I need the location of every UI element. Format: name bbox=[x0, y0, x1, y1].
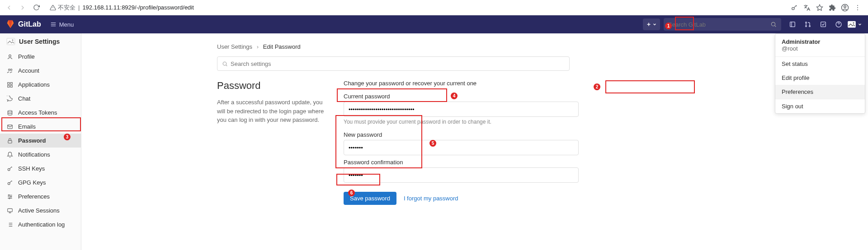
sidebar-item-label: Applications bbox=[18, 81, 50, 88]
svg-point-29 bbox=[9, 69, 10, 70]
reload-button[interactable] bbox=[31, 2, 42, 13]
chat-icon bbox=[6, 96, 14, 102]
email-icon bbox=[6, 124, 14, 130]
sidebar-item-auth-log[interactable]: Authentication log bbox=[0, 218, 81, 231]
svg-marker-3 bbox=[816, 5, 822, 10]
profile-icon bbox=[6, 54, 14, 60]
svg-rect-32 bbox=[10, 82, 12, 84]
extensions-icon[interactable] bbox=[827, 3, 837, 13]
breadcrumb-current: Edit Password bbox=[263, 43, 301, 50]
svg-point-8 bbox=[857, 9, 858, 10]
search-settings-input[interactable] bbox=[231, 60, 565, 67]
sidebar-title-text: User Settings bbox=[19, 38, 60, 45]
key-icon bbox=[6, 180, 14, 186]
sidebar-item-password[interactable]: Password bbox=[0, 134, 81, 148]
star-icon[interactable] bbox=[815, 3, 825, 13]
gitlab-logo[interactable]: GitLab bbox=[5, 19, 41, 29]
svg-point-27 bbox=[12, 39, 13, 41]
section-intro: Password After a successful password upd… bbox=[217, 80, 330, 205]
sidebar-item-label: Authentication log bbox=[18, 221, 65, 228]
menu-button[interactable]: Menu bbox=[50, 21, 74, 28]
svg-rect-33 bbox=[8, 85, 9, 87]
forward-button[interactable] bbox=[17, 2, 28, 13]
search-input[interactable] bbox=[668, 21, 768, 28]
bell-icon bbox=[6, 152, 14, 158]
sidebar-item-emails[interactable]: Emails bbox=[0, 120, 81, 134]
todos-shortcut[interactable] bbox=[816, 17, 831, 32]
list-icon bbox=[6, 222, 14, 228]
sidebar-item-applications[interactable]: Applications bbox=[0, 78, 81, 92]
dropdown-edit-profile[interactable]: Edit profile bbox=[775, 71, 865, 85]
svg-point-55 bbox=[223, 62, 226, 65]
hamburger-icon bbox=[50, 21, 57, 28]
breadcrumb: User Settings › Edit Password bbox=[217, 41, 841, 56]
svg-rect-37 bbox=[8, 140, 12, 143]
lock-icon bbox=[6, 138, 14, 144]
dropdown-name: Administrator bbox=[782, 38, 859, 45]
url-bar[interactable]: 不安全 | 192.168.11.11:8929/-/profile/passw… bbox=[44, 4, 194, 12]
menu-dots-icon[interactable] bbox=[853, 3, 863, 13]
svg-point-5 bbox=[844, 5, 846, 8]
sidebar-item-label: Access Tokens bbox=[18, 109, 57, 116]
svg-point-14 bbox=[771, 22, 775, 26]
dropdown-username: @root bbox=[782, 45, 859, 52]
new-dropdown[interactable] bbox=[643, 19, 660, 30]
key-icon[interactable] bbox=[789, 3, 799, 13]
profile-icon[interactable] bbox=[840, 3, 850, 13]
sidebar-item-profile[interactable]: Profile bbox=[0, 50, 81, 64]
merge-requests-shortcut[interactable] bbox=[800, 17, 816, 32]
global-search[interactable] bbox=[664, 18, 781, 31]
sidebar-item-notifications[interactable]: Notifications bbox=[0, 148, 81, 162]
user-dropdown: Administrator @root Set status Edit prof… bbox=[775, 33, 865, 114]
chevron-down-icon bbox=[858, 22, 862, 27]
sidebar-title: User Settings bbox=[0, 33, 81, 50]
dropdown-header: Administrator @root bbox=[775, 34, 865, 57]
user-menu-button[interactable] bbox=[846, 18, 863, 31]
forgot-password-link[interactable]: I forgot my password bbox=[404, 195, 458, 202]
dropdown-preferences[interactable]: Preferences bbox=[775, 85, 865, 99]
security-indicator: 不安全 bbox=[50, 4, 75, 12]
svg-point-2 bbox=[792, 7, 794, 9]
svg-rect-34 bbox=[10, 85, 12, 87]
gitlab-navbar: GitLab Menu bbox=[0, 15, 868, 33]
url-text: 192.168.11.11:8929/-/profile/password/ed… bbox=[82, 4, 193, 11]
sidebar: User Settings Profile Account Applicatio… bbox=[0, 33, 81, 250]
dropdown-sign-out[interactable]: Sign out bbox=[775, 99, 865, 113]
svg-point-6 bbox=[857, 5, 858, 6]
chevron-down-icon bbox=[652, 22, 657, 27]
svg-point-30 bbox=[10, 69, 12, 70]
svg-rect-46 bbox=[8, 208, 13, 212]
svg-point-18 bbox=[806, 22, 807, 23]
current-password-input[interactable] bbox=[344, 102, 579, 117]
brand-text: GitLab bbox=[18, 20, 41, 28]
breadcrumb-root[interactable]: User Settings bbox=[217, 43, 252, 50]
plus-icon bbox=[646, 22, 651, 27]
translate-icon[interactable] bbox=[802, 3, 812, 13]
sidebar-item-label: Password bbox=[18, 137, 46, 144]
svg-point-43 bbox=[9, 194, 9, 195]
sidebar-item-account[interactable]: Account bbox=[0, 64, 81, 78]
avatar-placeholder-icon bbox=[847, 21, 856, 28]
search-settings[interactable] bbox=[217, 56, 570, 71]
token-icon bbox=[6, 110, 14, 116]
current-password-help: You must provide your current password i… bbox=[344, 119, 579, 125]
apps-icon bbox=[6, 82, 14, 88]
sidebar-item-ssh-keys[interactable]: SSH Keys bbox=[0, 162, 81, 176]
svg-rect-21 bbox=[821, 22, 826, 27]
new-password-input[interactable] bbox=[344, 140, 579, 155]
issues-shortcut[interactable] bbox=[785, 17, 800, 32]
confirm-password-input[interactable] bbox=[344, 167, 579, 183]
svg-point-20 bbox=[809, 26, 811, 27]
back-button[interactable] bbox=[4, 2, 14, 13]
dropdown-set-status[interactable]: Set status bbox=[775, 57, 865, 71]
save-password-button[interactable]: Save password bbox=[344, 192, 396, 205]
sidebar-item-gpg-keys[interactable]: GPG Keys bbox=[0, 176, 81, 190]
key-icon bbox=[6, 166, 14, 172]
sidebar-item-access-tokens[interactable]: Access Tokens bbox=[0, 106, 81, 120]
sidebar-item-chat[interactable]: Chat bbox=[0, 92, 81, 106]
sidebar-item-preferences[interactable]: Preferences bbox=[0, 190, 81, 204]
sidebar-item-label: Preferences bbox=[18, 193, 50, 200]
sidebar-item-active-sessions[interactable]: Active Sessions bbox=[0, 204, 81, 218]
help-shortcut[interactable] bbox=[831, 17, 846, 32]
menu-label: Menu bbox=[59, 21, 74, 28]
